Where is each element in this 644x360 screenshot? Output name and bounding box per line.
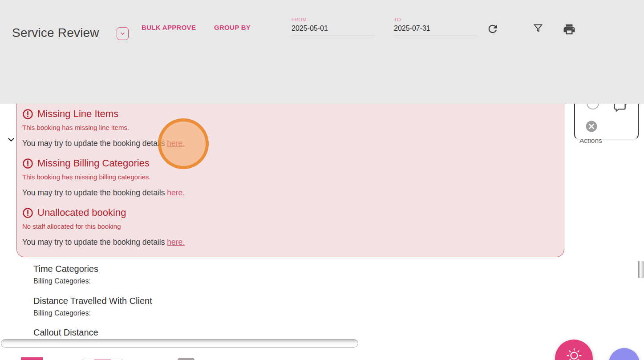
error-icon: [22, 109, 33, 120]
from-underline: [292, 36, 375, 36]
print-icon: [563, 23, 576, 36]
theme-fab-button[interactable]: [555, 340, 593, 360]
refresh-icon: [486, 23, 499, 35]
chevron-down-icon: [120, 31, 126, 36]
warning-body-text: You may try to update the booking detail…: [22, 188, 165, 197]
warning-title-text: Missing Line Items: [37, 108, 118, 120]
from-label: FROM: [292, 17, 375, 22]
section-distance-travelled: Distance Travelled With Client Billing C…: [33, 295, 152, 317]
to-date-field[interactable]: TO 2025-07-31: [394, 17, 478, 36]
section-title: Callout Distance: [33, 327, 98, 338]
table-header-row: Booking ID Client Name Staff Name Servic…: [0, 58, 644, 104]
section-title: Time Categories: [33, 263, 98, 275]
history-icon[interactable]: [587, 104, 599, 109]
warning-title-text: Unallocated booking: [37, 207, 126, 218]
warning-title: Unallocated booking: [22, 207, 564, 218]
warning-detail: This booking has missing line items.: [22, 124, 564, 131]
to-label: TO: [394, 17, 478, 22]
booking-warnings-panel: Missing Line Items This booking has miss…: [16, 104, 564, 257]
sun-icon: [566, 348, 582, 360]
warning-body: You may try to update the booking detail…: [22, 188, 564, 198]
warning-unallocated-booking: Unallocated booking No staff allocated f…: [22, 207, 564, 247]
filter-button[interactable]: [531, 20, 546, 36]
from-date-field[interactable]: FROM 2025-05-01: [292, 17, 375, 36]
row-actions-popup: [574, 104, 639, 139]
refresh-button[interactable]: [485, 21, 500, 36]
section-title: Distance Travelled With Client: [33, 295, 152, 307]
warning-title: Missing Billing Categories: [22, 158, 564, 169]
title-dropdown-button[interactable]: [117, 27, 129, 40]
chat-bubble-icon: [612, 104, 627, 114]
section-time-categories: Time Categories Billing Categories:: [33, 263, 98, 285]
column-separator: [642, 120, 643, 142]
print-button[interactable]: [562, 22, 577, 37]
close-circle-button[interactable]: [585, 120, 598, 133]
warning-body-text: You may try to update the booking detail…: [22, 139, 165, 148]
close-icon: [585, 120, 598, 133]
comment-button[interactable]: [612, 104, 627, 114]
warning-body-text: You may try to update the booking detail…: [22, 238, 165, 247]
horizontal-scrollbar[interactable]: [1, 339, 358, 348]
app-header: Service Review BULK APPROVE GROUP BY FRO…: [0, 0, 644, 104]
warning-missing-line-items: Missing Line Items This booking has miss…: [22, 108, 564, 148]
bottom-cutoff-gray-chip[interactable]: [178, 358, 194, 360]
error-icon: [22, 207, 33, 218]
to-underline: [394, 36, 478, 36]
warning-body: You may try to update the booking detail…: [22, 238, 564, 247]
expand-rows-button[interactable]: [5, 134, 17, 146]
group-by-button[interactable]: GROUP BY: [214, 24, 251, 31]
warning-missing-billing-categories: Missing Billing Categories This booking …: [22, 158, 564, 198]
add-fab-button[interactable]: [609, 348, 640, 360]
update-details-link[interactable]: here.: [167, 238, 185, 247]
bottom-cutoff-pink-chip[interactable]: [21, 357, 43, 360]
filter-icon: [532, 22, 544, 34]
from-date-value[interactable]: 2025-05-01: [292, 24, 375, 32]
section-callout-distance: Callout Distance: [33, 327, 98, 338]
update-details-link[interactable]: here.: [167, 139, 185, 148]
service-review-page: Service Review BULK APPROVE GROUP BY FRO…: [0, 0, 644, 360]
warning-title-text: Missing Billing Categories: [37, 158, 150, 169]
section-subtitle: Billing Categories:: [33, 309, 152, 317]
update-details-link[interactable]: here.: [167, 188, 185, 197]
bulk-approve-button[interactable]: BULK APPROVE: [142, 24, 196, 31]
chevron-down-icon: [6, 135, 16, 145]
warning-detail: No staff allocated for this booking: [22, 222, 564, 230]
warning-body: You may try to update the booking detail…: [22, 139, 564, 148]
warning-title: Missing Line Items: [22, 108, 564, 120]
page-title: Service Review: [12, 26, 99, 40]
warning-detail: This booking has missing billing categor…: [22, 173, 564, 181]
error-icon: [22, 158, 33, 169]
section-subtitle: Billing Categories:: [33, 277, 98, 285]
vertical-scrollbar-thumb[interactable]: [638, 261, 644, 278]
to-date-value[interactable]: 2025-07-31: [394, 24, 478, 32]
